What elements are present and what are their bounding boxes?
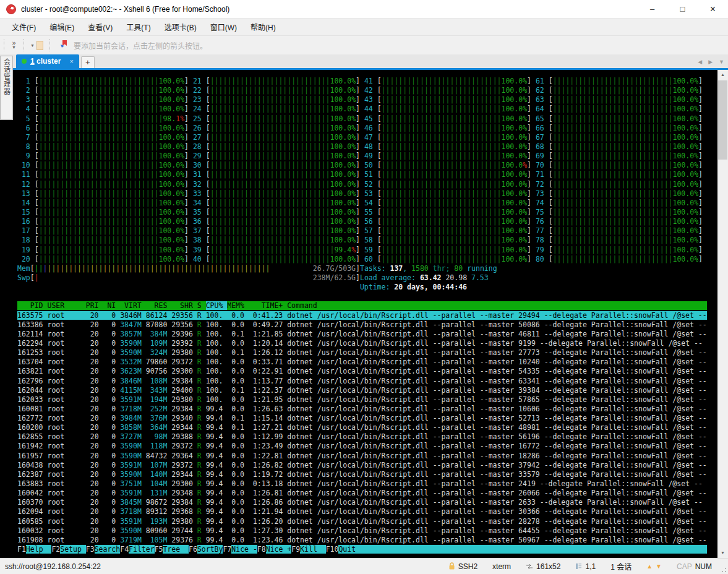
terminal-line: 13 [||||||||||||||||||||||||||||100.0%] … — [17, 189, 717, 199]
window-title: cluster - root@compute002:~ - Xshell 6 (… — [21, 5, 229, 14]
terminal-line: 9 [||||||||||||||||||||||||||||100.0%] 2… — [17, 152, 717, 161]
terminal-line: 19 [||||||||||||||||||||||||||||100.0%] … — [17, 246, 717, 255]
terminal-line — [17, 292, 717, 301]
menu-view[interactable]: 查看(V) — [81, 19, 119, 35]
menu-bar: 文件(F) 编辑(E) 查看(V) 工具(T) 选项卡(B) 窗口(W) 帮助(… — [0, 19, 728, 35]
terminal-line: 4 [||||||||||||||||||||||||||||100.0%] 2… — [17, 105, 717, 114]
new-tab-button[interactable]: + — [81, 56, 95, 68]
menu-tabs[interactable]: 选项卡(B) — [158, 19, 203, 35]
toolbar-separator — [49, 39, 50, 51]
minimize-button[interactable]: – — [637, 0, 667, 19]
terminal-line: 12 [||||||||||||||||||||||||||||100.0%] … — [17, 180, 717, 189]
terminal-line: 160370 root 20 0 3845M 98672 29384 R 99.… — [17, 498, 717, 507]
tab-scroll-right-icon[interactable]: ▶ — [708, 59, 713, 65]
terminal-line: 161253 root 20 0 3590M 324M 29380 R 100.… — [17, 348, 717, 358]
terminal-line: 160042 root 20 0 3591M 131M 29348 R 99.4… — [17, 489, 717, 498]
terminal-line: 15 [||||||||||||||||||||||||||||100.0%] … — [17, 208, 717, 217]
terminal-line: 162796 root 20 0 3846M 108M 29384 R 100.… — [17, 377, 717, 386]
terminal-line: 160438 root 20 0 3591M 107M 29372 R 99.4… — [17, 461, 717, 470]
toolbar-separator — [4, 39, 4, 51]
terminal-line: 14 [||||||||||||||||||||||||||||100.0%] … — [17, 199, 717, 208]
terminal-line: 11 [||||||||||||||||||||||||||||100.0%] … — [17, 170, 717, 179]
new-session-dropdown[interactable]: ▼ — [28, 41, 46, 50]
num-lock-indicator: NUM — [695, 562, 712, 571]
terminal-line: 161908 root 20 0 3719M 105M 29376 R 99.4… — [17, 536, 717, 545]
terminal-line: 162033 root 20 0 3591M 194M 29380 R 100.… — [17, 395, 717, 405]
menu-window[interactable]: 窗口(W) — [203, 19, 244, 35]
terminal-line: 7 [||||||||||||||||||||||||||||100.0%] 2… — [17, 133, 717, 142]
tab-label: cluster — [36, 57, 61, 66]
connection-url: ssh://root@192.168.0.254:22 — [5, 562, 101, 571]
menu-file[interactable]: 文件(F) — [5, 19, 43, 35]
terminal-line: 161957 root 20 0 3590M 84732 29364 R 99.… — [17, 452, 717, 461]
tab-scroll-left-icon[interactable]: ◀ — [698, 59, 702, 65]
terminal-line: 162387 root 20 0 3590M 140M 29344 R 99.4… — [17, 470, 717, 479]
terminal-line: 162294 root 20 0 3590M 109M 29392 R 100.… — [17, 339, 717, 348]
terminal-line: F1Help F2Setup F3SearchF4FilterF5Tree F6… — [17, 545, 717, 554]
scrollbar-thumb[interactable] — [718, 80, 727, 160]
terminal-line: 160032 root 20 0 3590M 80960 29744 R 99.… — [17, 526, 717, 536]
terminal-line: 163575 root 20 0 3846M 86124 29356 R 100… — [17, 311, 717, 320]
scroll-up-icon[interactable]: ▲ — [717, 70, 728, 80]
terminal-line: 163821 root 20 0 3623M 90756 29300 R 100… — [17, 367, 717, 376]
session-connected-dot — [22, 59, 27, 64]
terminal-line: 2 [||||||||||||||||||||||||||||100.0%] 2… — [17, 86, 717, 95]
toolbar-separator — [24, 39, 24, 51]
toolbar-overflow-button[interactable]: »▼ — [8, 40, 20, 50]
terminal-line: 163704 root 20 0 3532M 79860 29372 R 100… — [17, 358, 717, 367]
session-manager-label: 会话管理器 — [2, 58, 12, 95]
terminal-line: 161942 root 20 0 3590M 118M 29372 R 99.4… — [17, 442, 717, 451]
xshell-app-icon — [6, 4, 16, 14]
scroll-down-icon[interactable]: ▼ — [717, 548, 728, 558]
lock-icon — [448, 562, 455, 570]
terminal-type: xterm — [492, 562, 511, 571]
terminal[interactable]: 1 [||||||||||||||||||||||||||||100.0%] 2… — [0, 70, 717, 558]
session-manager-side-tab[interactable]: 会话管理器 — [0, 56, 13, 120]
menu-tools[interactable]: 工具(T) — [119, 19, 157, 35]
tab-bar: 1 cluster × + ◀ ▶ ▼ — [0, 54, 728, 70]
terminal-line: 162044 root 20 0 4115M 343M 29400 R 100.… — [17, 386, 717, 395]
terminal-size: 161x52 — [526, 562, 560, 571]
terminal-line: 20 [||||||||||||||||||||||||||||100.0%] … — [17, 255, 717, 264]
terminal-line: 5 [|||||||||||||||||||||||||||||98.1%] 2… — [17, 114, 717, 124]
tool-bar: »▼ ▼ 要添加当前会话，点击左侧的箭头按钮。 — [0, 35, 728, 54]
scroll-to-top-icon[interactable]: ▲ — [646, 563, 653, 570]
terminal-line: 162114 root 20 0 3857M 384M 29396 R 100.… — [17, 330, 717, 339]
session-count: 1 会话 — [610, 561, 632, 572]
terminal-line: 10 [||||||||||||||||||||||||||||100.0%] … — [17, 161, 717, 170]
session-file-icon — [36, 41, 43, 50]
protocol-indicator: SSH2 — [448, 562, 477, 571]
close-button[interactable]: × — [698, 0, 728, 19]
maximize-button[interactable]: □ — [667, 0, 698, 19]
terminal-line: 163883 root 20 0 3751M 104M 29300 R 99.4… — [17, 479, 717, 489]
scroll-to-bottom-icon[interactable]: ▼ — [656, 563, 662, 570]
terminal-line: 1 [||||||||||||||||||||||||||||100.0%] 2… — [17, 77, 717, 86]
terminal-line: 162772 root 20 0 3984M 376M 29340 R 99.4… — [17, 414, 717, 423]
toolbar-hint-text: 要添加当前会话，点击左侧的箭头按钮。 — [74, 40, 207, 51]
cursor-position-icon — [575, 563, 582, 570]
terminal-line: 6 [||||||||||||||||||||||||||||100.0%] 2… — [17, 124, 717, 133]
tab-cluster[interactable]: 1 cluster × — [16, 54, 79, 68]
close-tab-icon[interactable]: × — [69, 58, 73, 65]
tab-list-dropdown-icon[interactable]: ▼ — [719, 59, 724, 65]
resize-grip[interactable] — [721, 567, 727, 573]
terminal-line: 18 [||||||||||||||||||||||||||||100.0%] … — [17, 236, 717, 245]
tab-index: 1 — [30, 57, 35, 66]
menu-help[interactable]: 帮助(H) — [244, 19, 283, 35]
status-bar: ssh://root@192.168.0.254:22 SSH2 xterm 1… — [0, 558, 728, 574]
terminal-line: 16 [||||||||||||||||||||||||||||100.0%] … — [17, 217, 717, 226]
terminal-line: Mem[||||||||||||||||||||||||||||||||||||… — [17, 264, 717, 273]
terminal-line: 3 [||||||||||||||||||||||||||||100.0%] 2… — [17, 95, 717, 105]
menu-edit[interactable]: 编辑(E) — [43, 19, 81, 35]
title-bar: cluster - root@compute002:~ - Xshell 6 (… — [0, 0, 728, 19]
terminal-line: Swp[| 238M/62.5G]Load average: 63.42 20.… — [17, 273, 717, 283]
terminal-line: 160081 root 20 0 3718M 252M 29384 R 99.4… — [17, 405, 717, 414]
terminal-scrollbar[interactable]: ▲ ▼ — [717, 70, 728, 558]
terminal-line: 162855 root 20 0 3727M 98M 29388 R 99.4 … — [17, 432, 717, 442]
terminal-line: 160585 root 20 0 3591M 193M 29380 R 99.4… — [17, 517, 717, 526]
terminal-line: 17 [||||||||||||||||||||||||||||100.0%] … — [17, 226, 717, 236]
terminal-line: 162094 root 20 0 3718M 89312 29368 R 99.… — [17, 507, 717, 516]
caps-lock-indicator: CAP — [677, 562, 692, 571]
terminal-line: 163386 root 20 0 3847M 87080 29356 R 100… — [17, 320, 717, 330]
resize-icon — [526, 563, 533, 570]
